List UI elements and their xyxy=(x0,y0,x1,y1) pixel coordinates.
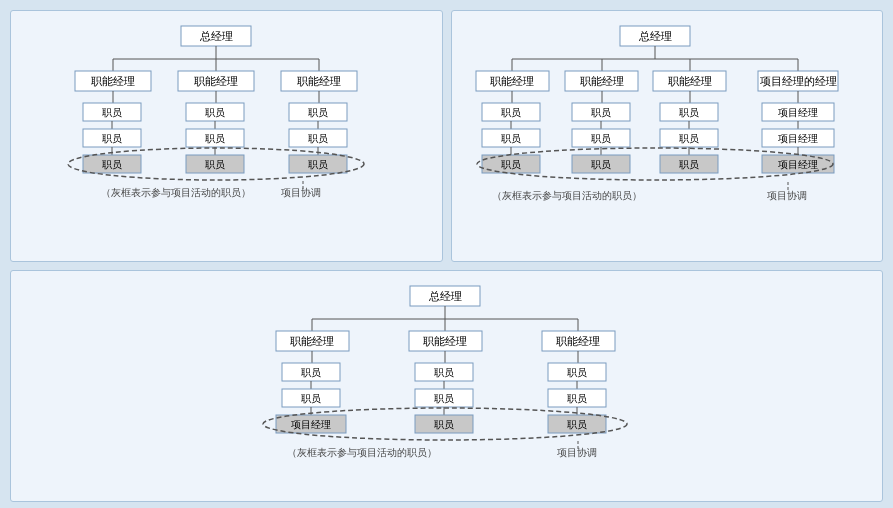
svg-text:总经理: 总经理 xyxy=(427,290,461,302)
svg-text:职能经理: 职能经理 xyxy=(580,75,624,87)
chart-svg-top-right: 总经理 职能经理 职能经理 职能经理 项目经理的经理 职员 xyxy=(472,21,862,251)
svg-text:职员: 职员 xyxy=(205,107,225,118)
svg-text:职员: 职员 xyxy=(591,107,611,118)
main-container: 总经理 职能经理 职能经理 职能经理 职员 职员 职员 xyxy=(0,0,893,508)
svg-text:职能经理: 职能经理 xyxy=(290,335,334,347)
svg-text:项目协调: 项目协调 xyxy=(767,190,807,201)
svg-text:职员: 职员 xyxy=(501,159,521,170)
annotation-tl: 项目协调 xyxy=(281,187,321,198)
svg-text:职员: 职员 xyxy=(205,159,225,170)
svg-text:职员: 职员 xyxy=(102,159,122,170)
caption-tl: （灰框表示参与项目活动的职员） xyxy=(101,187,251,198)
svg-text:职员: 职员 xyxy=(567,393,587,404)
svg-text:职员: 职员 xyxy=(308,107,328,118)
gm-label-tl: 总经理 xyxy=(199,30,233,42)
svg-text:职能经理: 职能经理 xyxy=(423,335,467,347)
svg-text:职员: 职员 xyxy=(591,159,611,170)
chart-svg-bottom: 总经理 职能经理 职能经理 职能经理 职员 职员 项目经 xyxy=(232,281,662,491)
svg-text:职能经理: 职能经理 xyxy=(668,75,712,87)
svg-text:项目经理: 项目经理 xyxy=(291,419,331,430)
svg-text:职员: 职员 xyxy=(102,133,122,144)
svg-text:职员: 职员 xyxy=(102,107,122,118)
svg-text:职员: 职员 xyxy=(591,133,611,144)
svg-text:职能经理: 职能经理 xyxy=(556,335,600,347)
svg-text:职员: 职员 xyxy=(308,133,328,144)
chart-svg-top-left: 总经理 职能经理 职能经理 职能经理 职员 职员 职员 xyxy=(71,21,381,241)
svg-text:（灰框表示参与项目活动的职员）: （灰框表示参与项目活动的职员） xyxy=(287,447,437,458)
svg-text:职员: 职员 xyxy=(679,159,699,170)
svg-text:项目协调: 项目协调 xyxy=(557,447,597,458)
svg-text:职员: 职员 xyxy=(501,107,521,118)
diagram-top-right: 总经理 职能经理 职能经理 职能经理 项目经理的经理 职员 xyxy=(451,10,884,262)
diagram-bottom: 总经理 职能经理 职能经理 职能经理 职员 职员 项目经 xyxy=(10,270,883,502)
mgr1-tl: 职能经理 xyxy=(91,75,135,87)
svg-text:职员: 职员 xyxy=(301,367,321,378)
svg-text:职员: 职员 xyxy=(679,107,699,118)
mgr3-tl: 职能经理 xyxy=(297,75,341,87)
svg-text:项目经理: 项目经理 xyxy=(778,133,818,144)
svg-text:总经理: 总经理 xyxy=(637,30,671,42)
svg-text:职员: 职员 xyxy=(567,419,587,430)
svg-text:职员: 职员 xyxy=(308,159,328,170)
svg-text:职员: 职员 xyxy=(434,367,454,378)
svg-text:职员: 职员 xyxy=(301,393,321,404)
svg-text:职员: 职员 xyxy=(679,133,699,144)
svg-text:职员: 职员 xyxy=(501,133,521,144)
svg-text:职能经理: 职能经理 xyxy=(490,75,534,87)
svg-text:项目经理的经理: 项目经理的经理 xyxy=(759,75,836,87)
diagram-top-left: 总经理 职能经理 职能经理 职能经理 职员 职员 职员 xyxy=(10,10,443,262)
svg-text:项目经理: 项目经理 xyxy=(778,107,818,118)
svg-text:项目经理: 项目经理 xyxy=(778,159,818,170)
svg-text:职员: 职员 xyxy=(567,367,587,378)
mgr2-tl: 职能经理 xyxy=(194,75,238,87)
svg-text:职员: 职员 xyxy=(434,419,454,430)
svg-text:职员: 职员 xyxy=(434,393,454,404)
svg-text:（灰框表示参与项目活动的职员）: （灰框表示参与项目活动的职员） xyxy=(492,190,642,201)
svg-text:职员: 职员 xyxy=(205,133,225,144)
